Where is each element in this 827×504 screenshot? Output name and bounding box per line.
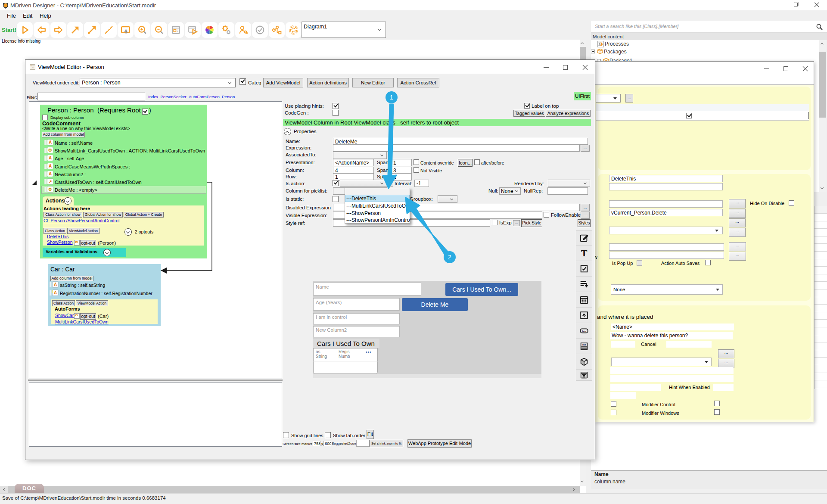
- svg-text:btn: btn: [582, 330, 586, 333]
- svg-text:T: T: [581, 249, 588, 258]
- svg-text:1: 1: [390, 94, 393, 101]
- svg-text:2: 2: [448, 254, 451, 261]
- svg-text:list: list: [582, 343, 586, 346]
